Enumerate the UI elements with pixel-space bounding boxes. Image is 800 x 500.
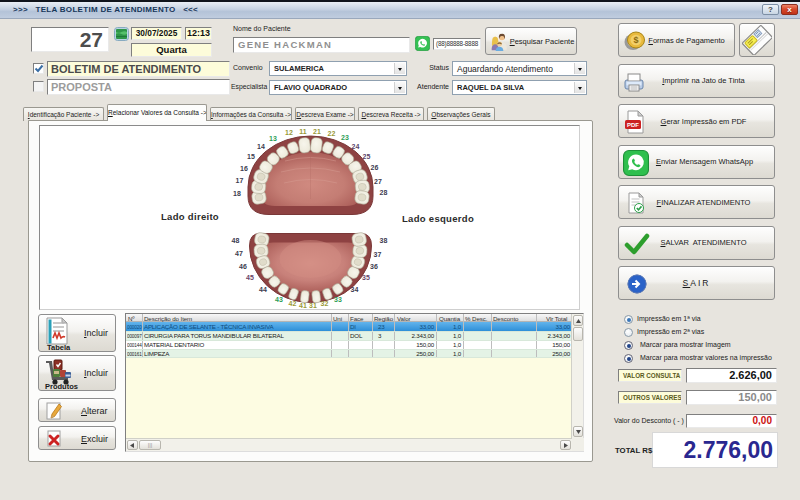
svg-text:12: 12 (285, 129, 293, 136)
svg-text:23: 23 (341, 134, 349, 141)
svg-text:42: 42 (289, 300, 297, 307)
svg-text:31: 31 (309, 302, 317, 309)
svg-text:24: 24 (352, 143, 360, 150)
svg-text:41: 41 (299, 302, 307, 309)
svg-text:47: 47 (235, 250, 243, 257)
svg-text:27: 27 (374, 178, 382, 185)
svg-text:44: 44 (259, 286, 267, 293)
svg-text:18: 18 (233, 190, 241, 197)
svg-text:28: 28 (380, 189, 388, 196)
svg-text:35: 35 (362, 274, 370, 281)
svg-text:17: 17 (236, 177, 244, 184)
svg-text:PDF: PDF (627, 122, 639, 128)
svg-text:14: 14 (257, 143, 265, 150)
svg-text:16: 16 (240, 165, 248, 172)
svg-text:36: 36 (370, 263, 378, 270)
svg-text:38: 38 (380, 237, 388, 244)
svg-text:13: 13 (269, 135, 277, 142)
svg-text:21: 21 (313, 128, 321, 135)
svg-text:22: 22 (328, 130, 336, 137)
svg-text:Lado direito: Lado direito (161, 211, 219, 222)
svg-text:26: 26 (371, 164, 379, 171)
svg-text:45: 45 (246, 274, 254, 281)
svg-text:32: 32 (321, 300, 329, 307)
svg-text:48: 48 (232, 237, 240, 244)
svg-text:Lado esquerdo: Lado esquerdo (402, 213, 474, 224)
svg-text:33: 33 (334, 296, 342, 303)
svg-text:15: 15 (247, 153, 255, 160)
svg-text:43: 43 (275, 296, 283, 303)
svg-text:37: 37 (374, 251, 382, 258)
svg-text:34: 34 (351, 286, 359, 293)
svg-text:25: 25 (363, 153, 371, 160)
svg-text:46: 46 (239, 263, 247, 270)
svg-text:11: 11 (299, 128, 307, 135)
svg-text:$: $ (633, 35, 638, 45)
